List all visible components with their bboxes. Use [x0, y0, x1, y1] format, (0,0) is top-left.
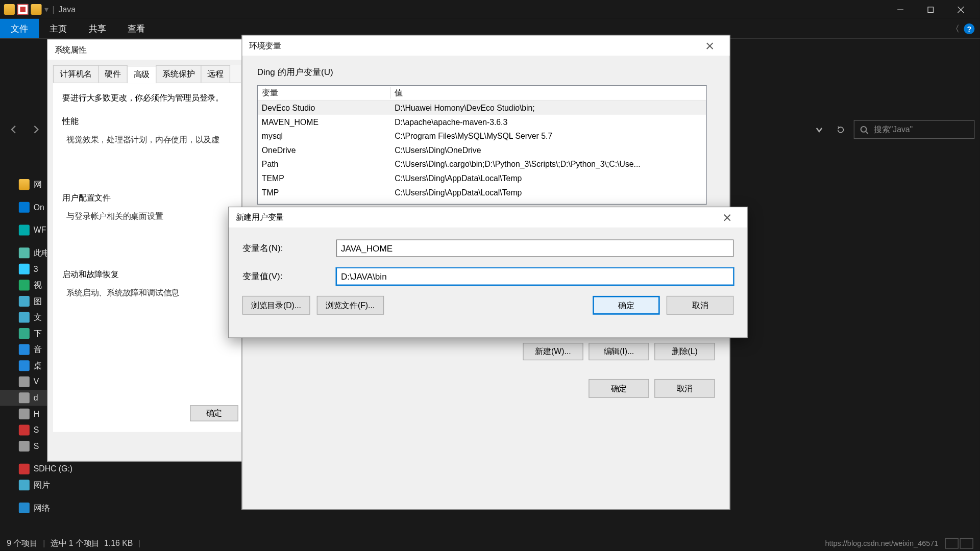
close-button[interactable]	[946, 0, 976, 19]
dl-icon	[19, 328, 30, 339]
dialog-tab[interactable]: 计算机名	[53, 65, 99, 83]
dialog-tab[interactable]: 高级	[127, 66, 157, 83]
section-desc: 与登录帐户相关的桌面设置	[66, 211, 231, 222]
tree-item-label: 下	[34, 328, 42, 339]
section-desc: 系统启动、系统故障和调试信息	[66, 287, 231, 298]
ok-button[interactable]: 确定	[593, 296, 660, 315]
drive-icon	[19, 392, 30, 403]
pic-icon	[19, 296, 30, 307]
dialog-title: 环境变量	[242, 36, 730, 56]
browse-dir-button[interactable]: 浏览目录(D)...	[242, 296, 310, 315]
tree-item-label: 视	[34, 280, 42, 291]
group-label: Ding 的用户变量(U)	[257, 66, 715, 79]
section-title: 启动和故障恢复	[62, 269, 231, 280]
tab-view[interactable]: 查看	[117, 19, 156, 38]
search-input[interactable]: 搜索"Java"	[854, 120, 975, 139]
intro-text: 要进行大多数更改，你必须作为管理员登录。	[62, 92, 231, 104]
collapse-ribbon-icon[interactable]: 〈	[951, 22, 960, 35]
cancel-button[interactable]: 取消	[654, 379, 715, 398]
label-variable-name: 变量名(N):	[242, 242, 336, 255]
window-title: Java	[59, 5, 76, 14]
dialog-system-properties: 系统属性 计算机名硬件高级系统保护远程 要进行大多数更改，你必须作为管理员登录。…	[47, 39, 247, 461]
input-variable-name[interactable]	[336, 239, 733, 257]
tree-item-label: H	[34, 409, 39, 418]
pic-icon	[19, 480, 30, 490]
tab-home[interactable]: 主页	[39, 19, 78, 38]
win-icon	[19, 225, 30, 236]
close-icon[interactable]	[696, 36, 723, 56]
status-items: 9 个项目	[7, 538, 38, 549]
dialog-title: 系统属性	[47, 40, 246, 60]
dialog-tab[interactable]: 远程	[201, 65, 230, 83]
table-row[interactable]: MAVEN_HOMED:\apache\apache-maven-3.6.3	[258, 115, 706, 129]
tree-item-label: 图片	[34, 480, 50, 491]
sd-icon	[19, 464, 30, 474]
table-row[interactable]: TEMPC:\Users\Ding\AppData\Local\Temp	[258, 171, 706, 185]
watermark-url: https://blog.csdn.net/weixin_46571	[825, 539, 938, 547]
folder-icon	[4, 4, 15, 15]
label-variable-value: 变量值(V):	[242, 270, 336, 283]
sd-icon	[19, 424, 30, 435]
tree-item-label: 网	[34, 179, 42, 190]
dialog-tabs: 计算机名硬件高级系统保护远程	[53, 65, 241, 84]
edit-button[interactable]: 编辑(I)...	[589, 343, 649, 360]
svg-point-5	[861, 126, 867, 132]
tree-item-label: On	[34, 203, 44, 212]
net-icon	[19, 503, 30, 513]
window-titlebar: ▾ | Java	[0, 0, 980, 19]
tab-share[interactable]: 共享	[78, 19, 117, 38]
table-row[interactable]: OneDriveC:\Users\Ding\OneDrive	[258, 143, 706, 157]
ok-button[interactable]: 确定	[190, 405, 238, 421]
minimize-button[interactable]	[885, 0, 915, 19]
tree-item-label: 桌	[34, 360, 42, 371]
tree-item-label: 文	[34, 312, 42, 323]
tree-item-label: d	[34, 393, 38, 403]
dialog-title: 新建用户变量	[229, 207, 747, 227]
vid-icon	[19, 280, 30, 290]
dropdown-icon[interactable]	[810, 120, 828, 139]
tab-file[interactable]: 文件	[0, 19, 39, 38]
section-desc: 视觉效果，处理器计划，内存使用，以及虚	[66, 134, 231, 145]
back-button[interactable]	[6, 121, 23, 138]
pc-icon	[19, 247, 30, 258]
table-row[interactable]: PathC:\Users\Ding\.cargo\bin;D:\Python_3…	[258, 157, 706, 171]
mus-icon	[19, 344, 30, 355]
new-button[interactable]: 新建(W)...	[523, 343, 583, 360]
svg-line-6	[866, 131, 868, 133]
tree-item-label: 网络	[34, 502, 50, 513]
drive-icon	[19, 441, 30, 452]
help-icon[interactable]: ?	[964, 23, 974, 34]
refresh-button[interactable]	[831, 120, 850, 139]
details-view-icon[interactable]	[945, 538, 959, 549]
thumbnails-view-icon[interactable]	[960, 538, 973, 549]
maximize-button[interactable]	[916, 0, 946, 19]
app-icon	[17, 4, 28, 15]
dialog-tab[interactable]: 系统保护	[156, 65, 201, 83]
cancel-button[interactable]: 取消	[667, 296, 734, 315]
browse-file-button[interactable]: 浏览文件(F)...	[316, 296, 384, 315]
table-row[interactable]: mysqlC:\Program Files\MySQL\MySQL Server…	[258, 129, 706, 143]
tree-item-label: 图	[34, 295, 42, 307]
user-variables-table[interactable]: 变量 值 DevEco StudioD:\Huawei Homony\DevEc…	[257, 85, 707, 205]
tree-item[interactable]: 网络	[0, 500, 117, 516]
forward-button[interactable]	[27, 121, 44, 138]
tree-item-label: SDHC (G:)	[34, 464, 72, 473]
tree-item-label: S	[34, 425, 39, 435]
od-icon	[19, 202, 30, 213]
table-header: 变量 值	[258, 86, 706, 101]
table-row[interactable]: TMPC:\Users\Ding\AppData\Local\Temp	[258, 185, 706, 199]
tree-item-label: S	[34, 441, 39, 450]
tree-item-label: V	[34, 377, 39, 386]
dialog-tab[interactable]: 硬件	[98, 65, 128, 83]
dialog-new-user-variable: 新建用户变量 变量名(N): 变量值(V): 浏览目录(D)... 浏览文件(F…	[228, 207, 748, 338]
tree-item[interactable]: 图片	[0, 477, 117, 493]
status-bar: 9 个项目 | 选中 1 个项目 1.16 KB | https://blog.…	[0, 536, 980, 551]
table-row[interactable]: DevEco StudioD:\Huawei Homony\DevEco Stu…	[258, 101, 706, 115]
close-icon[interactable]	[714, 207, 741, 227]
input-variable-value[interactable]	[336, 268, 733, 285]
delete-button[interactable]: 删除(L)	[654, 343, 715, 360]
status-size: 1.16 KB	[104, 539, 133, 548]
ok-button[interactable]: 确定	[589, 379, 649, 398]
tree-item[interactable]: SDHC (G:)	[0, 461, 117, 477]
folder-icon	[19, 179, 30, 190]
